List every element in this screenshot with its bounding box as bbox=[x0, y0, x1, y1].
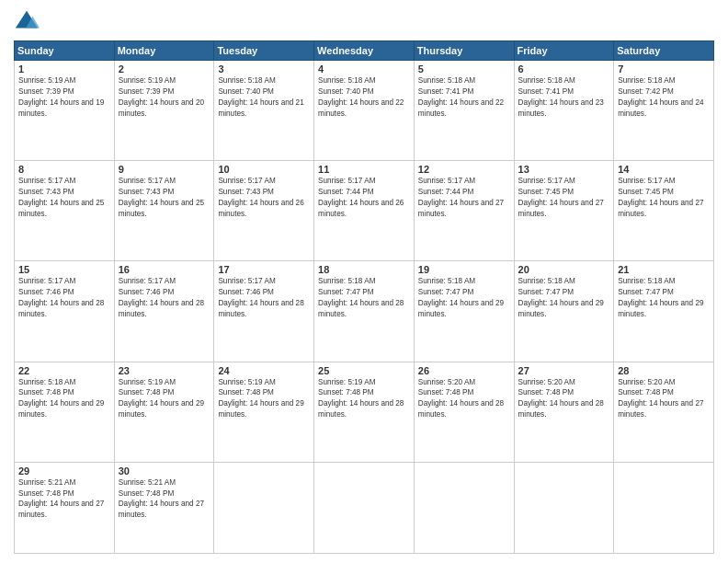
day-number: 5 bbox=[418, 63, 510, 75]
day-info: Sunrise: 5:17 AMSunset: 7:46 PMDaylight:… bbox=[119, 276, 210, 320]
day-cell: 20Sunrise: 5:18 AMSunset: 7:47 PMDayligh… bbox=[514, 261, 614, 362]
day-cell: 30Sunrise: 5:21 AMSunset: 7:48 PMDayligh… bbox=[114, 462, 214, 553]
day-number: 26 bbox=[418, 365, 510, 376]
day-number: 21 bbox=[618, 264, 710, 275]
day-cell bbox=[214, 462, 314, 553]
day-cell: 12Sunrise: 5:17 AMSunset: 7:44 PMDayligh… bbox=[414, 161, 514, 261]
day-cell: 24Sunrise: 5:19 AMSunset: 7:48 PMDayligh… bbox=[214, 362, 314, 462]
day-info: Sunrise: 5:20 AMSunset: 7:48 PMDaylight:… bbox=[618, 377, 710, 421]
day-number: 19 bbox=[418, 264, 510, 275]
header-row: SundayMondayTuesdayWednesdayThursdayFrid… bbox=[15, 41, 714, 61]
day-info: Sunrise: 5:18 AMSunset: 7:40 PMDaylight:… bbox=[318, 75, 410, 120]
day-number: 2 bbox=[119, 63, 210, 75]
header-day: Thursday bbox=[414, 41, 514, 61]
day-cell: 22Sunrise: 5:18 AMSunset: 7:48 PMDayligh… bbox=[15, 362, 115, 462]
day-cell: 26Sunrise: 5:20 AMSunset: 7:48 PMDayligh… bbox=[414, 362, 514, 462]
day-number: 16 bbox=[119, 264, 210, 275]
day-cell: 13Sunrise: 5:17 AMSunset: 7:45 PMDayligh… bbox=[514, 161, 614, 261]
day-number: 11 bbox=[318, 164, 410, 175]
day-cell: 4Sunrise: 5:18 AMSunset: 7:40 PMDaylight… bbox=[314, 61, 415, 161]
week-row: 8Sunrise: 5:17 AMSunset: 7:43 PMDaylight… bbox=[15, 161, 714, 261]
header-day: Tuesday bbox=[214, 41, 314, 61]
day-cell: 1Sunrise: 5:19 AMSunset: 7:39 PMDaylight… bbox=[15, 61, 115, 161]
day-info: Sunrise: 5:18 AMSunset: 7:47 PMDaylight:… bbox=[418, 276, 510, 320]
day-info: Sunrise: 5:18 AMSunset: 7:41 PMDaylight:… bbox=[418, 75, 510, 120]
day-info: Sunrise: 5:17 AMSunset: 7:45 PMDaylight:… bbox=[618, 176, 710, 220]
day-cell: 3Sunrise: 5:18 AMSunset: 7:40 PMDaylight… bbox=[214, 61, 314, 161]
day-info: Sunrise: 5:18 AMSunset: 7:47 PMDaylight:… bbox=[618, 276, 710, 320]
day-info: Sunrise: 5:17 AMSunset: 7:44 PMDaylight:… bbox=[418, 176, 510, 220]
logo bbox=[14, 9, 43, 35]
day-cell: 23Sunrise: 5:19 AMSunset: 7:48 PMDayligh… bbox=[114, 362, 214, 462]
day-cell: 19Sunrise: 5:18 AMSunset: 7:47 PMDayligh… bbox=[414, 261, 514, 362]
day-number: 24 bbox=[218, 365, 310, 376]
header-day: Wednesday bbox=[314, 41, 415, 61]
day-cell: 21Sunrise: 5:18 AMSunset: 7:47 PMDayligh… bbox=[614, 261, 714, 362]
day-cell: 8Sunrise: 5:17 AMSunset: 7:43 PMDaylight… bbox=[15, 161, 115, 261]
day-cell: 11Sunrise: 5:17 AMSunset: 7:44 PMDayligh… bbox=[314, 161, 415, 261]
day-cell: 25Sunrise: 5:19 AMSunset: 7:48 PMDayligh… bbox=[314, 362, 415, 462]
day-cell bbox=[514, 462, 614, 553]
day-number: 10 bbox=[218, 164, 310, 175]
week-row: 29Sunrise: 5:21 AMSunset: 7:48 PMDayligh… bbox=[15, 462, 714, 553]
day-info: Sunrise: 5:17 AMSunset: 7:44 PMDaylight:… bbox=[318, 176, 410, 220]
day-info: Sunrise: 5:21 AMSunset: 7:48 PMDaylight:… bbox=[119, 477, 210, 522]
day-cell: 18Sunrise: 5:18 AMSunset: 7:47 PMDayligh… bbox=[314, 261, 415, 362]
day-info: Sunrise: 5:19 AMSunset: 7:39 PMDaylight:… bbox=[18, 75, 110, 120]
day-cell bbox=[314, 462, 415, 553]
day-number: 18 bbox=[318, 264, 410, 275]
header-day: Saturday bbox=[614, 41, 714, 61]
day-cell: 17Sunrise: 5:17 AMSunset: 7:46 PMDayligh… bbox=[214, 261, 314, 362]
day-cell: 6Sunrise: 5:18 AMSunset: 7:41 PMDaylight… bbox=[514, 61, 614, 161]
day-info: Sunrise: 5:17 AMSunset: 7:43 PMDaylight:… bbox=[18, 176, 110, 220]
day-cell: 2Sunrise: 5:19 AMSunset: 7:39 PMDaylight… bbox=[114, 61, 214, 161]
day-number: 6 bbox=[518, 63, 610, 75]
header bbox=[14, 9, 714, 35]
day-number: 12 bbox=[418, 164, 510, 175]
day-cell: 27Sunrise: 5:20 AMSunset: 7:48 PMDayligh… bbox=[514, 362, 614, 462]
day-cell: 16Sunrise: 5:17 AMSunset: 7:46 PMDayligh… bbox=[114, 261, 214, 362]
header-day: Monday bbox=[114, 41, 214, 61]
day-number: 1 bbox=[18, 63, 110, 75]
day-info: Sunrise: 5:18 AMSunset: 7:48 PMDaylight:… bbox=[18, 377, 110, 421]
header-day: Friday bbox=[514, 41, 614, 61]
logo-icon bbox=[14, 9, 40, 35]
calendar-table: SundayMondayTuesdayWednesdayThursdayFrid… bbox=[14, 40, 714, 554]
day-number: 7 bbox=[618, 63, 710, 75]
week-row: 22Sunrise: 5:18 AMSunset: 7:48 PMDayligh… bbox=[15, 362, 714, 462]
day-number: 13 bbox=[518, 164, 610, 175]
day-info: Sunrise: 5:18 AMSunset: 7:47 PMDaylight:… bbox=[518, 276, 610, 320]
day-info: Sunrise: 5:19 AMSunset: 7:48 PMDaylight:… bbox=[218, 377, 310, 421]
day-info: Sunrise: 5:19 AMSunset: 7:48 PMDaylight:… bbox=[119, 377, 210, 421]
day-cell: 7Sunrise: 5:18 AMSunset: 7:42 PMDaylight… bbox=[614, 61, 714, 161]
day-cell: 15Sunrise: 5:17 AMSunset: 7:46 PMDayligh… bbox=[15, 261, 115, 362]
day-number: 28 bbox=[618, 365, 710, 376]
day-number: 30 bbox=[119, 465, 210, 477]
page: SundayMondayTuesdayWednesdayThursdayFrid… bbox=[0, 0, 728, 563]
day-info: Sunrise: 5:20 AMSunset: 7:48 PMDaylight:… bbox=[418, 377, 510, 421]
day-info: Sunrise: 5:17 AMSunset: 7:43 PMDaylight:… bbox=[218, 176, 310, 220]
day-info: Sunrise: 5:17 AMSunset: 7:46 PMDaylight:… bbox=[18, 276, 110, 320]
day-number: 20 bbox=[518, 264, 610, 275]
day-info: Sunrise: 5:17 AMSunset: 7:43 PMDaylight:… bbox=[119, 176, 210, 220]
day-number: 25 bbox=[318, 365, 410, 376]
day-info: Sunrise: 5:17 AMSunset: 7:45 PMDaylight:… bbox=[518, 176, 610, 220]
day-number: 27 bbox=[518, 365, 610, 376]
week-row: 1Sunrise: 5:19 AMSunset: 7:39 PMDaylight… bbox=[15, 61, 714, 161]
day-info: Sunrise: 5:19 AMSunset: 7:39 PMDaylight:… bbox=[119, 75, 210, 120]
day-info: Sunrise: 5:21 AMSunset: 7:48 PMDaylight:… bbox=[18, 477, 110, 522]
day-number: 14 bbox=[618, 164, 710, 175]
day-number: 29 bbox=[18, 465, 110, 477]
day-cell: 28Sunrise: 5:20 AMSunset: 7:48 PMDayligh… bbox=[614, 362, 714, 462]
day-number: 17 bbox=[218, 264, 310, 275]
day-cell bbox=[614, 462, 714, 553]
day-cell: 9Sunrise: 5:17 AMSunset: 7:43 PMDaylight… bbox=[114, 161, 214, 261]
day-cell: 29Sunrise: 5:21 AMSunset: 7:48 PMDayligh… bbox=[15, 462, 115, 553]
day-number: 9 bbox=[119, 164, 210, 175]
day-number: 23 bbox=[119, 365, 210, 376]
week-row: 15Sunrise: 5:17 AMSunset: 7:46 PMDayligh… bbox=[15, 261, 714, 362]
day-number: 4 bbox=[318, 63, 410, 75]
day-number: 15 bbox=[18, 264, 110, 275]
day-info: Sunrise: 5:18 AMSunset: 7:41 PMDaylight:… bbox=[518, 75, 610, 120]
day-cell: 14Sunrise: 5:17 AMSunset: 7:45 PMDayligh… bbox=[614, 161, 714, 261]
